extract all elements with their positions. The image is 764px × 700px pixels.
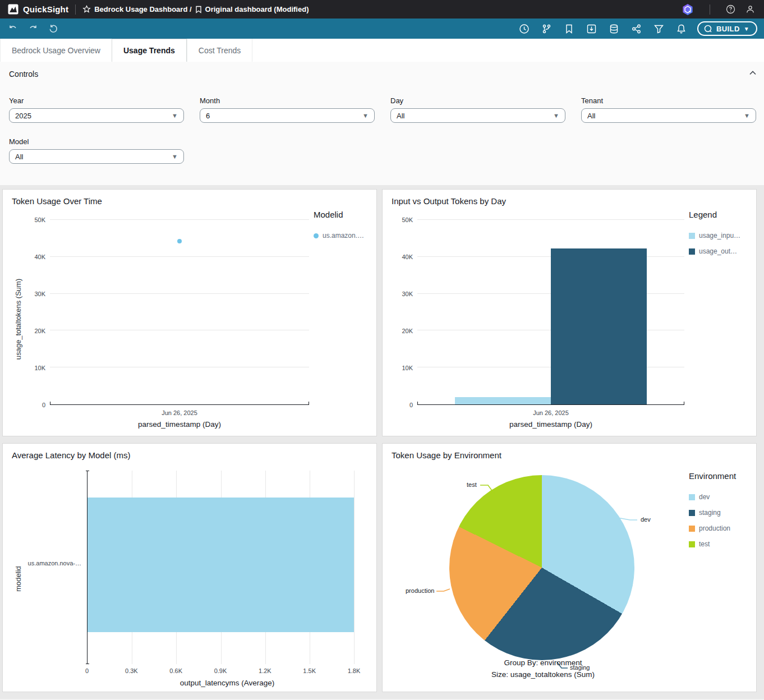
y-axis-ticks: 010K20K30K40K50K: [24, 220, 50, 405]
divider: [75, 4, 76, 15]
legend-item[interactable]: production: [689, 524, 747, 532]
size-caption: Size: usage_totaltokens (Sum): [392, 669, 694, 680]
x-tick-label: 1.2K: [259, 667, 271, 674]
y-tick-label: 0: [42, 402, 45, 408]
model-dropdown[interactable]: All▼: [9, 149, 184, 164]
export-icon[interactable]: [585, 22, 598, 35]
legend-title: Environment: [689, 471, 747, 481]
gridline: [417, 219, 684, 220]
redo-icon[interactable]: [27, 22, 39, 35]
panel-token-usage-by-environment: Token Usage by Environment test dev prod…: [382, 443, 757, 692]
legend-swatch: [689, 526, 695, 532]
x-tick-label: Jun 26, 2025: [417, 409, 684, 417]
legend-swatch: [689, 510, 695, 516]
legend-swatch: [689, 541, 695, 547]
legend-item[interactable]: usage_inpu…: [689, 232, 747, 240]
slice-label-production: production: [406, 587, 434, 594]
versions-icon[interactable]: [540, 22, 553, 35]
gridline: [354, 471, 355, 664]
pie-captions: Group By: environment Size: usage_totalt…: [392, 657, 694, 680]
chart-title: Token Usage by Environment: [392, 450, 747, 463]
bar-output-tokens[interactable]: [551, 248, 647, 404]
chevron-down-icon: ▼: [553, 112, 559, 119]
dashboard-grid: Token Usage Over Time usage_totaltokens …: [0, 185, 764, 699]
month-dropdown[interactable]: 6▼: [200, 108, 375, 123]
build-button[interactable]: BUILD ▼: [697, 21, 757, 36]
bookmark-icon[interactable]: [563, 22, 576, 35]
chart-title: Input vs Output Tokens by Day: [392, 196, 747, 209]
y-axis-ticks: 010K20K30K40K50K: [392, 220, 417, 405]
build-logo-icon: [703, 24, 712, 33]
pie-chart[interactable]: [449, 475, 634, 660]
history-icon[interactable]: [518, 22, 531, 35]
legend-item[interactable]: dev: [689, 493, 747, 501]
year-dropdown[interactable]: 2025▼: [9, 108, 184, 123]
slice-label-dev: dev: [641, 516, 651, 523]
y-tick-label: 0: [409, 402, 413, 408]
dashboard-toolbar: BUILD ▼: [0, 19, 764, 39]
chevron-down-icon: ▼: [744, 112, 750, 119]
panel-input-vs-output-tokens: Input vs Output Tokens by Day 010K20K30K…: [382, 189, 757, 436]
chart-title: Token Usage Over Time: [12, 196, 367, 209]
gridline: [50, 256, 309, 257]
breadcrumb: Bedrock Usage Dashboard /: [94, 5, 191, 13]
chevron-down-icon: ▼: [172, 112, 178, 119]
panel-token-usage-over-time: Token Usage Over Time usage_totaltokens …: [2, 189, 377, 436]
day-dropdown[interactable]: All▼: [390, 108, 565, 123]
y-tick-label: 20K: [402, 328, 413, 334]
filter-tenant: Tenant All▼: [581, 96, 756, 123]
legend-title: Modelid: [314, 210, 367, 219]
gridline: [50, 293, 309, 294]
help-icon[interactable]: [725, 3, 737, 15]
tenant-dropdown[interactable]: All▼: [581, 108, 756, 123]
chevron-down-icon: ▼: [744, 26, 749, 32]
bar-latency[interactable]: [88, 498, 354, 632]
top-app-bar: QuickSight Bedrock Usage Dashboard / Ori…: [0, 0, 764, 19]
filter-year: Year 2025▼: [9, 96, 184, 123]
x-tick-label: 1.8K: [348, 667, 361, 674]
legend-item[interactable]: test: [689, 540, 747, 548]
dashboard-name: Original dashboard (Modified): [205, 5, 309, 13]
y-axis-title: usage_totaltokens (Sum): [14, 279, 22, 360]
datasets-icon[interactable]: [607, 22, 620, 35]
tab-cost-trends[interactable]: Cost Trends: [187, 39, 252, 62]
panel-average-latency-by-model: Average Latency by Model (ms) modelid us…: [2, 443, 377, 692]
controls-section: Controls Year 2025▼ Month 6▼ Day All▼ Te…: [0, 62, 764, 185]
y-tick-label: 40K: [402, 254, 413, 260]
legend-swatch: [689, 248, 695, 255]
filter-icon[interactable]: [652, 22, 665, 35]
star-icon[interactable]: [82, 5, 91, 13]
pie-area: test dev production staging Group By: en…: [392, 466, 684, 680]
y-tick-label: 50K: [34, 217, 45, 223]
legend-title: Legend: [689, 210, 747, 219]
x-tick-label: 0.9K: [214, 667, 227, 674]
share-icon[interactable]: [630, 22, 643, 35]
y-axis-title: modelid: [14, 566, 22, 592]
x-tick-label: 1.5K: [303, 667, 316, 674]
profile-icon[interactable]: [744, 3, 756, 15]
legend-item[interactable]: usage_out…: [689, 247, 747, 255]
group-by-caption: Group By: environment: [392, 657, 694, 669]
collapse-controls-icon[interactable]: [747, 67, 758, 79]
bar-input-tokens[interactable]: [455, 397, 551, 404]
tab-usage-trends[interactable]: Usage Trends: [112, 39, 187, 62]
legend-item[interactable]: us.amazon.…: [314, 232, 367, 240]
scatter-point[interactable]: [177, 239, 182, 243]
y-tick-label: 30K: [402, 291, 413, 297]
tab-bedrock-usage-overview[interactable]: Bedrock Usage Overview: [0, 39, 112, 62]
y-tick-label: 10K: [34, 365, 45, 371]
legend-swatch: [314, 233, 319, 238]
undo-icon[interactable]: [7, 22, 19, 35]
y-tick-label: 30K: [34, 291, 45, 297]
hbar-plot-area: [87, 471, 367, 664]
amazon-q-icon[interactable]: [680, 2, 695, 17]
x-tick-label: Jun 26, 2025: [50, 409, 309, 417]
x-axis-ticks: 00.3K0.6K0.9K1.2K1.5K1.8K: [87, 667, 354, 676]
legend-item[interactable]: staging: [689, 509, 747, 517]
reset-icon[interactable]: [47, 22, 59, 35]
gridline: [50, 219, 309, 220]
alerts-icon[interactable]: [675, 22, 688, 35]
filters-grid: Year 2025▼ Month 6▼ Day All▼ Tenant All▼…: [0, 96, 764, 164]
y-tick-label: 50K: [402, 217, 413, 223]
x-axis-title: output_latencyms (Average): [87, 679, 367, 687]
